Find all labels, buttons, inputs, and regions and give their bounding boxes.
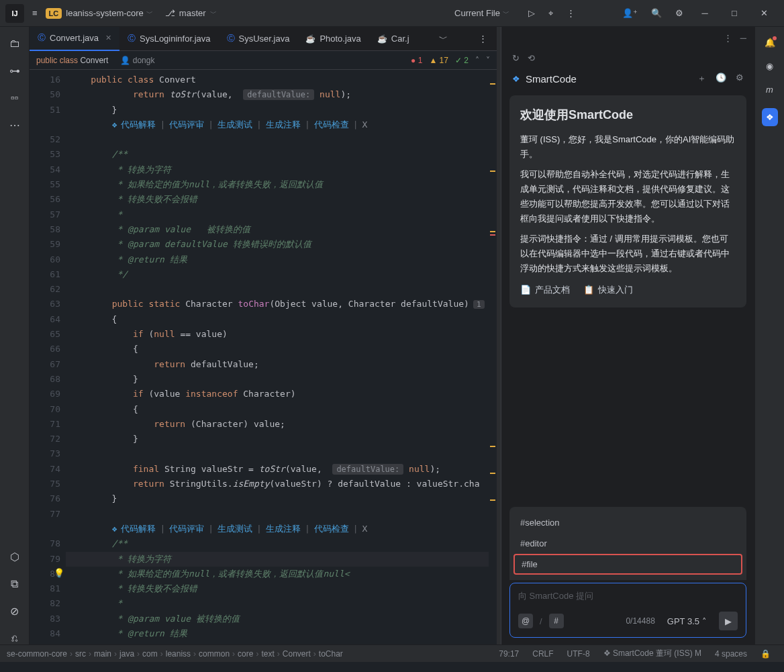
error-badge[interactable]: ● 1 [411,56,422,65]
quickstart-link[interactable]: 📋 快速入门 [583,283,633,297]
bookmarks-icon[interactable]: ▫▫ [11,92,18,104]
author-annotation: 👤 dongk [120,56,154,65]
add-icon[interactable]: ＋ [697,73,706,85]
more-icon[interactable]: ⋮ [567,8,575,18]
structure-icon[interactable]: ⊶ [9,64,20,77]
chevron-down-icon[interactable]: ﹀ [503,9,509,18]
error-stripe[interactable] [489,70,497,644]
refresh-icon[interactable]: ⟲ [528,53,535,63]
suggest-selection[interactable]: #selection [509,512,746,533]
vcs-branch[interactable]: ⎇ master ﹀ [165,8,229,18]
smartcode-status[interactable]: ❖ SmartCode 董珂 (ISS) M [603,648,701,659]
model-selector[interactable]: GPT 3.5 ˄ [667,616,707,626]
notifications-icon[interactable]: 🔔 [765,38,775,48]
welcome-text: 提示词快捷指令：通过 / 调用常用提示词模板。您也可以在代码编辑器中选中一段代码… [520,232,736,276]
tab-car[interactable]: ☕Car.j [369,27,418,51]
smartcode-tool-icon[interactable]: ❖ [762,108,778,126]
more-tools-icon[interactable]: ⋯ [9,119,20,132]
panel-menu-icon[interactable]: ⋮ [724,33,732,43]
main-menu-icon[interactable]: ≡ [32,8,38,18]
title-bar: IJ ≡ LC leaniss-system-core ﹀ ⎇ master ﹀… [0,0,784,27]
tab-overflow-icon[interactable]: ﹀ [435,33,452,45]
problems-icon[interactable]: ⊘ [10,605,19,618]
line-gutter: 165051 525354555657585960616263646566676… [30,70,66,644]
tab-convert[interactable]: ⒸConvert.java✕ [30,27,119,51]
editor-area: ⒸConvert.java✕ ⒸSysLogininfor.java ⒸSysU… [30,27,497,644]
terminal-icon[interactable]: ⧉ [11,578,18,590]
java-icon: ☕ [377,34,387,44]
suggest-editor[interactable]: #editor [509,533,746,554]
tab-label: Car.j [391,34,409,44]
branch-icon: ⎇ [165,8,175,18]
history-icon[interactable]: 🕓 [716,73,726,85]
tab-label: SysUser.java [239,34,290,44]
code-editor[interactable]: 165051 525354555657585960616263646566676… [30,70,497,644]
tab-syslogininfor[interactable]: ⒸSysLogininfor.java [119,27,219,51]
tab-label: Photo.java [320,34,360,44]
right-tool-strip: 🔔 ◉ m ❖ [754,27,784,644]
panel-title: SmartCode [526,73,577,85]
input-placeholder: 向 SmartCode 提问 [518,590,738,602]
hash-chip[interactable]: # [549,614,564,628]
search-icon[interactable]: 🔍 [651,8,662,18]
breadcrumb[interactable]: se-common-core › src › main › java › com… [7,649,343,659]
suggest-file[interactable]: #file [513,554,742,575]
lightbulb-icon[interactable]: 💡 [54,568,64,578]
maximize-button[interactable]: □ [720,0,749,27]
debug-icon[interactable]: ⌖ [548,8,553,19]
nav-down-icon[interactable]: ˅ [486,56,490,65]
class-icon: Ⓒ [128,33,136,44]
chevron-down-icon[interactable]: ﹀ [146,9,153,18]
warning-badge[interactable]: ▲ 17 [429,56,448,65]
nav-up-icon[interactable]: ˄ [475,56,479,65]
ai-icon[interactable]: ◉ [766,61,773,71]
ok-badge[interactable]: ✓ 2 [455,56,469,65]
lock-icon[interactable]: 🔒 [761,649,771,659]
left-tool-strip: 🗀 ⊶ ▫▫ ⋯ ⬡ ⧉ ⊘ ⎌ [0,27,30,644]
java-icon: ☕ [305,34,315,44]
project-icon[interactable]: 🗀 [9,38,20,50]
m-icon[interactable]: m [766,85,773,95]
new-chat-icon[interactable]: ↻ [512,53,520,63]
line-separator[interactable]: CRLF [532,649,553,659]
welcome-title: 欢迎使用SmartCode [520,105,736,126]
close-button[interactable]: ✕ [749,0,779,27]
run-config[interactable]: Current File [454,8,500,18]
doc-link[interactable]: 📄 产品文档 [520,283,570,297]
tab-sysuser[interactable]: ⒸSysUser.java [219,27,298,51]
settings-icon[interactable]: ⚙ [675,8,683,18]
status-bar: se-common-core › src › main › java › com… [0,644,784,662]
services-icon[interactable]: ⬡ [10,550,19,563]
close-icon[interactable]: ✕ [105,34,111,42]
chat-input[interactable]: 向 SmartCode 提问 @ / # 0/14488 GPT 3.5 ˄ ▶ [509,583,746,638]
encoding[interactable]: UTF-8 [567,649,590,659]
vcs-icon[interactable]: ⎌ [11,632,18,644]
tab-menu-icon[interactable]: ⋮ [475,34,491,44]
smartcode-logo-icon: ❖ [512,74,520,84]
indent-status[interactable]: 4 spaces [715,649,747,659]
run-icon[interactable]: ▷ [528,8,535,18]
suggestion-popup: #selection #editor #file [509,507,746,580]
caret-position[interactable]: 79:17 [499,649,519,659]
minimize-button[interactable]: ─ [690,0,720,27]
tab-label: SysLogininfor.java [140,34,211,44]
welcome-card: 欢迎使用SmartCode 董珂 (ISS)，您好，我是SmartCode，你的… [509,95,746,307]
tab-photo[interactable]: ☕Photo.java [297,27,369,51]
code-with-me-icon[interactable]: 👤⁺ [622,8,638,18]
project-name[interactable]: leaniss-system-core [66,8,144,18]
project-badge: LC [46,8,62,19]
class-icon: Ⓒ [227,33,235,44]
welcome-text: 我可以帮助您自动补全代码，对选定代码进行解释，生成单元测试，代码注释和文档，提供… [520,167,736,226]
tab-label: Convert.java [50,33,99,43]
panel-minimize-icon[interactable]: ─ [740,33,746,43]
char-count: 0/14488 [626,616,654,626]
editor-tabs: ⒸConvert.java✕ ⒸSysLogininfor.java ⒸSysU… [30,27,497,51]
send-button[interactable]: ▶ [719,612,738,630]
welcome-text: 董珂 (ISS)，您好，我是SmartCode，你的AI智能编码助手。 [520,132,736,162]
breadcrumb-bar: public class public class ConvertConvert… [30,51,497,70]
at-chip[interactable]: @ [518,614,533,628]
smartcode-panel: ⋮ ─ ↻ ⟲ ❖ SmartCode ＋ 🕓 ⚙ 欢迎使用SmartCode … [501,27,754,644]
chevron-down-icon: ﹀ [210,9,217,18]
app-icon: IJ [5,4,24,23]
gear-icon[interactable]: ⚙ [736,73,744,85]
